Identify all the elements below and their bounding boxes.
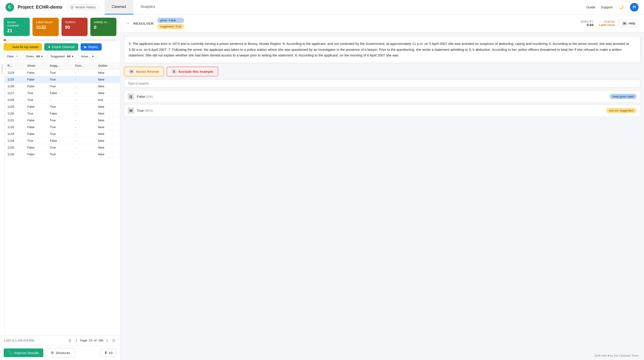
cell-suggested: True	[47, 131, 72, 137]
table-row[interactable]: 1128 True - - true	[5, 97, 120, 103]
given-filter-dropdown[interactable]: Given: All ▾	[23, 53, 46, 59]
cell-corrected: -	[72, 131, 96, 137]
page-separator: of	[94, 339, 96, 342]
deploy-button[interactable]: ▶ Deploy	[80, 43, 102, 50]
improve-label: Improve Results	[14, 351, 39, 355]
avatar[interactable]: H	[630, 3, 638, 11]
data-table: R... Given Sugg... Corr... Outlier 1124 …	[5, 62, 120, 158]
cell-suggested: False	[47, 110, 72, 117]
label-option[interactable]: W True (96%) use our suggestion	[124, 104, 640, 117]
page-last-button[interactable]: ⟩⟩	[111, 338, 116, 343]
exclude-button[interactable]: E Exclude this example	[166, 67, 218, 76]
quality-block: QUALITY 0.04	[581, 20, 594, 27]
table-row[interactable]: 1131 False True - false	[5, 117, 120, 124]
cell-suggested: True	[47, 144, 72, 151]
cell-corrected: -	[72, 103, 96, 110]
clear-filter-chip[interactable]: Clear ✕	[4, 53, 21, 59]
status-block: STATUS Label issue	[599, 20, 615, 26]
dark-mode-toggle[interactable]: 🌙	[618, 4, 624, 10]
footer-suffix: by the Cleanlab Team	[610, 354, 638, 357]
page-next-button[interactable]: ⟩	[105, 338, 109, 343]
col-header-row-id: R...	[5, 62, 24, 69]
label-name: False	[137, 94, 145, 98]
cell-corrected: -	[72, 137, 96, 144]
help-button[interactable]: H Help	[618, 20, 638, 27]
table-row[interactable]: 1133 False True - false	[5, 131, 120, 137]
col-header-given: Given	[24, 62, 47, 69]
given-filter-value: All	[36, 55, 40, 58]
export-button[interactable]: ⬇ Export Cleanset	[44, 43, 78, 50]
text-content: 5. The applicant was born in 1973 and is…	[129, 42, 629, 57]
issue-filter-dropdown[interactable]: Issue... ▾	[78, 53, 97, 59]
page-first-button[interactable]: ⟨⟨	[67, 338, 72, 343]
table-row[interactable]: 1130 True False - false	[5, 110, 120, 117]
data-table-container: Columns R... Given Sugg... Corr... Outli…	[0, 62, 120, 335]
cell-row-id: 1132	[5, 124, 24, 131]
cell-given: True	[24, 110, 47, 117]
cell-suggested: False	[47, 90, 72, 97]
cell-suggested: False	[47, 137, 72, 144]
issue-chevron-icon: ▾	[92, 55, 94, 58]
cell-given: False	[24, 76, 47, 83]
auto-fix-button[interactable]: ⚡ Auto-fix top issues	[4, 43, 42, 50]
cell-corrected: -	[72, 124, 96, 131]
cell-given: True	[24, 90, 47, 97]
table-row[interactable]: 1132 False True - false	[5, 124, 120, 131]
cell-outlier: false	[95, 131, 120, 137]
stat-issues-resolved: Issues resolved: 21	[4, 18, 30, 36]
cell-outlier: true	[95, 97, 120, 103]
page-prev-button[interactable]: ⟨	[74, 338, 78, 343]
search-input[interactable]	[124, 79, 640, 88]
clear-x-icon[interactable]: ✕	[16, 55, 18, 58]
resolver-arrow-icon: →	[126, 21, 130, 26]
table-row[interactable]: 1135 False True - false	[5, 144, 120, 151]
cell-outlier: false	[95, 103, 120, 110]
exclude-key-badge: E	[172, 69, 177, 74]
needs-review-label: Needs Review	[136, 70, 159, 73]
label-pct: (96%)	[144, 109, 153, 112]
given-chevron-icon: ▾	[41, 55, 43, 58]
table-row[interactable]: 1134 True False - false	[5, 137, 120, 144]
bottom-action-bar: 🔧 Improve Results ⚙ Shortcuts ⬆ 23	[0, 345, 120, 360]
page-total: 180	[98, 339, 103, 342]
cell-given: False	[24, 69, 47, 76]
tab-cleanset[interactable]: Cleanset	[104, 0, 134, 14]
label-option[interactable]: Q False (4%) keep given label	[124, 90, 640, 103]
table-row[interactable]: 1127 True False - false	[5, 90, 120, 97]
support-link[interactable]: Support	[601, 5, 613, 9]
needs-review-button[interactable]: N Needs Review	[124, 67, 164, 76]
shortcuts-button[interactable]: ⚙ Shortcuts	[46, 348, 75, 357]
stat-initially-unlabeled: Initially un... 0	[90, 18, 116, 36]
cell-given: False	[24, 131, 47, 137]
auto-fix-label: Auto-fix top issues	[12, 45, 38, 49]
table-row[interactable]: 1136 False True - false	[5, 151, 120, 158]
lightning-icon: ⚡	[7, 45, 11, 49]
resolver-header: → RESOLVER given: False suggested: True …	[120, 14, 644, 32]
cell-outlier: false	[95, 110, 120, 117]
tab-analytics[interactable]: Analytics	[134, 0, 162, 14]
suggested-filter-dropdown[interactable]: Suggested: All ▾	[48, 53, 76, 59]
stat-outliers-value: 90	[65, 25, 84, 30]
help-label: Help	[628, 21, 635, 25]
cell-corrected: -	[72, 69, 96, 76]
left-panel: Issues resolved: 21 Label Issues: 3132 O…	[0, 14, 120, 360]
given-filter-label: Given:	[26, 55, 35, 58]
stat-outliers: Outliers: 90	[62, 18, 88, 36]
guide-link[interactable]: Guide	[586, 5, 595, 9]
table-row[interactable]: 1126 False True - false	[5, 83, 120, 90]
cell-suggested: True	[47, 69, 72, 76]
label-pct: (4%)	[146, 95, 153, 98]
clear-label: Clear	[6, 55, 14, 58]
cell-row-id: 1126	[5, 83, 24, 90]
table-row[interactable]: 1124 False True - false	[5, 69, 120, 76]
cell-suggested: True	[47, 83, 72, 90]
version-history-button[interactable]: Version history	[67, 4, 99, 10]
cell-outlier: false	[95, 124, 120, 131]
footer: Built with ♥ by the Cleanlab Team	[120, 351, 644, 360]
download-icon: ⬇	[48, 45, 50, 49]
cell-outlier: false	[95, 76, 120, 83]
improve-results-button[interactable]: 🔧 Improve Results	[4, 349, 43, 357]
column-toggle-bar[interactable]: Columns	[0, 62, 5, 335]
table-row[interactable]: 1129 False True - false	[5, 103, 120, 110]
table-row[interactable]: 1125 False True - false	[5, 76, 120, 83]
